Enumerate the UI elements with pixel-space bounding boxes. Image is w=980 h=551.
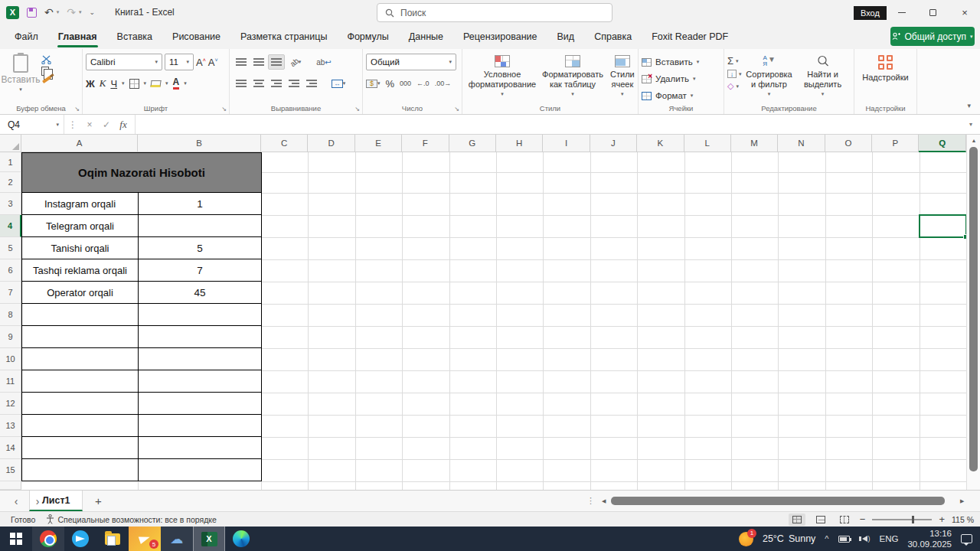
table-row-15[interactable] bbox=[21, 459, 262, 481]
grow-font-button[interactable]: A˄ bbox=[196, 57, 206, 68]
underline-caret-icon[interactable]: ▾ bbox=[122, 80, 125, 86]
add-sheet-button[interactable]: + bbox=[83, 494, 113, 507]
find-select-button[interactable]: Найти и выделить ▾ bbox=[797, 53, 849, 102]
bold-button[interactable]: Ж bbox=[86, 78, 95, 90]
column-headers[interactable]: ABCDEFGHIJKLMNOPQ bbox=[21, 135, 966, 152]
delete-cells-button[interactable]: Удалить ▾ bbox=[642, 71, 720, 86]
minimize-button[interactable] bbox=[887, 0, 917, 24]
table-row-13[interactable] bbox=[21, 415, 262, 437]
row-header-9[interactable]: 9 bbox=[0, 326, 21, 348]
weather-widget[interactable]: 25°C Sunny bbox=[763, 533, 815, 544]
align-top-button[interactable] bbox=[233, 54, 250, 70]
next-sheet-button[interactable]: › bbox=[28, 495, 47, 507]
notification-center-icon[interactable] bbox=[961, 534, 972, 543]
cell-A8[interactable] bbox=[22, 304, 139, 325]
decrease-decimal-button[interactable]: .00→ bbox=[435, 80, 452, 87]
cell-A6[interactable]: Tashqi reklama orqali bbox=[22, 259, 139, 281]
ribbon-tab-Справка[interactable]: Справка bbox=[584, 24, 642, 49]
alignment-dialog-launcher[interactable]: ↘ bbox=[354, 106, 360, 112]
number-format-select[interactable]: Общий ▾ bbox=[366, 54, 456, 70]
row-header-15[interactable]: 15 bbox=[0, 459, 21, 481]
row-header-13[interactable]: 13 bbox=[0, 415, 21, 437]
ribbon-tab-Foxit Reader PDF[interactable]: Foxit Reader PDF bbox=[642, 24, 738, 49]
speaker-icon[interactable]: ) bbox=[859, 535, 871, 543]
select-all-corner[interactable] bbox=[0, 135, 21, 152]
cell-B12[interactable] bbox=[139, 393, 262, 414]
cell-B15[interactable] bbox=[139, 459, 262, 481]
row-header-3[interactable]: 3 bbox=[0, 193, 21, 215]
cell-B7[interactable]: 45 bbox=[139, 282, 262, 303]
cell-B8[interactable] bbox=[139, 304, 262, 325]
cell-styles-button[interactable]: Стили ячеек ▾ bbox=[606, 53, 639, 99]
sort-filter-button[interactable]: АЯ ▼ Сортировка и фильтр ▾ bbox=[742, 53, 797, 102]
fill-color-caret-icon[interactable]: ▾ bbox=[165, 80, 168, 86]
row-header-7[interactable]: 7 bbox=[0, 282, 21, 304]
ribbon-tab-Вставка[interactable]: Вставка bbox=[107, 24, 162, 49]
column-header-C[interactable]: C bbox=[261, 135, 308, 152]
shrink-font-button[interactable]: A˅ bbox=[208, 57, 218, 68]
row-header-1[interactable]: 1 bbox=[0, 152, 21, 172]
cell-A11[interactable] bbox=[22, 370, 139, 392]
ribbon-tab-Рецензирование[interactable]: Рецензирование bbox=[453, 24, 547, 49]
addins-button[interactable]: Надстройки bbox=[858, 53, 913, 85]
row-header-4[interactable]: 4 bbox=[0, 215, 21, 237]
row-header-14[interactable]: 14 bbox=[0, 437, 21, 459]
ribbon-tab-Формулы[interactable]: Формулы bbox=[337, 24, 398, 49]
confirm-entry-icon[interactable]: ✓ bbox=[98, 119, 115, 130]
table-row-6[interactable]: Tashqi reklama orqali7 bbox=[21, 259, 262, 282]
table-row-12[interactable] bbox=[21, 393, 262, 415]
column-header-H[interactable]: H bbox=[496, 135, 543, 152]
column-header-P[interactable]: P bbox=[872, 135, 919, 152]
undo-icon[interactable]: ↶ bbox=[44, 6, 54, 18]
column-header-I[interactable]: I bbox=[543, 135, 590, 152]
row-header-2[interactable]: 2 bbox=[0, 172, 21, 193]
row-headers[interactable]: 123456789101112131415 bbox=[0, 152, 21, 490]
cell-A5[interactable]: Tanishi orqali bbox=[22, 237, 139, 259]
column-header-G[interactable]: G bbox=[449, 135, 496, 152]
underline-button[interactable]: Ч bbox=[110, 78, 117, 90]
prev-sheet-button[interactable]: ‹ bbox=[6, 495, 26, 507]
cell-A7[interactable]: Operator orqali bbox=[22, 282, 139, 303]
data-table[interactable]: Instagram orqali1Telegram orqaliTanishi … bbox=[21, 193, 262, 481]
undo-caret-icon[interactable]: ▾ bbox=[57, 9, 60, 15]
tab-splitter-icon[interactable]: ⋮ bbox=[586, 496, 595, 506]
table-row-11[interactable] bbox=[21, 370, 262, 393]
format-painter-button[interactable] bbox=[41, 78, 52, 81]
align-center-button[interactable] bbox=[250, 76, 267, 91]
column-header-L[interactable]: L bbox=[684, 135, 731, 152]
cell-A14[interactable] bbox=[22, 437, 139, 458]
merged-title-cell[interactable]: Oqim Nazorati Hisoboti bbox=[21, 152, 262, 193]
scroll-left-icon[interactable]: ◀ bbox=[602, 498, 606, 504]
font-color-icon[interactable]: A bbox=[173, 77, 180, 90]
taskbar-edge[interactable] bbox=[225, 527, 257, 551]
view-page-break-button[interactable] bbox=[836, 514, 853, 526]
zoom-slider-thumb[interactable] bbox=[912, 516, 914, 523]
ribbon-tab-Файл[interactable]: Файл bbox=[5, 24, 48, 49]
font-size-select[interactable]: 11 ▾ bbox=[165, 54, 194, 70]
taskbar-chrome[interactable] bbox=[32, 527, 64, 551]
column-header-M[interactable]: M bbox=[731, 135, 778, 152]
cell-B10[interactable] bbox=[139, 348, 262, 370]
row-header-5[interactable]: 5 bbox=[0, 237, 21, 259]
view-page-layout-button[interactable] bbox=[812, 514, 829, 526]
taskbar-excel-active[interactable]: X bbox=[193, 527, 225, 551]
column-header-O[interactable]: O bbox=[825, 135, 872, 152]
table-row-14[interactable] bbox=[21, 437, 262, 459]
borders-icon[interactable] bbox=[129, 79, 139, 89]
zoom-in-button[interactable]: + bbox=[939, 514, 945, 525]
accessibility-status[interactable]: Специальные возможности: все в порядке bbox=[46, 514, 216, 524]
number-dialog-launcher[interactable]: ↘ bbox=[454, 106, 459, 112]
column-header-B[interactable]: B bbox=[138, 135, 261, 152]
table-row-5[interactable]: Tanishi orqali5 bbox=[21, 237, 262, 259]
align-right-button[interactable] bbox=[268, 76, 285, 91]
column-header-N[interactable]: N bbox=[778, 135, 825, 152]
font-dialog-launcher[interactable]: ↘ bbox=[221, 106, 227, 112]
increase-indent-button[interactable] bbox=[303, 76, 320, 91]
ribbon-tab-Рисование[interactable]: Рисование bbox=[162, 24, 230, 49]
insert-cells-button[interactable]: Вставить ▾ bbox=[642, 54, 720, 70]
font-color-caret-icon[interactable]: ▾ bbox=[184, 80, 187, 86]
percent-style-button[interactable]: % bbox=[386, 78, 395, 90]
cell-B6[interactable]: 7 bbox=[139, 259, 262, 281]
row-header-6[interactable]: 6 bbox=[0, 259, 21, 282]
wrap-text-button[interactable]: ab↩ bbox=[312, 58, 335, 67]
